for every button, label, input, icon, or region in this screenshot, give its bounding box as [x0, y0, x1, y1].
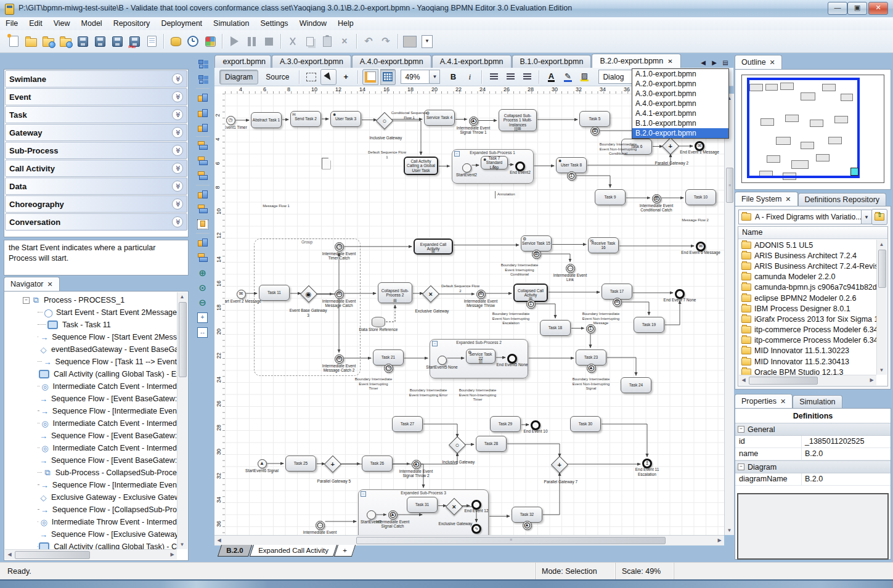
cut-icon[interactable] — [284, 33, 301, 50]
task-24[interactable]: Task 24 — [621, 377, 651, 393]
tree-item[interactable]: →Sequence Flow - [Exclusive Gateway — [6, 528, 177, 541]
receive-task-16[interactable]: Receive Task 16✉ — [588, 237, 619, 253]
sheet-tab-b.2.0[interactable]: B.2.0 — [218, 545, 252, 557]
boundary-escalation-task8[interactable]: ↥ — [567, 171, 576, 181]
filesystem-vertical-scrollbar[interactable]: ▲ ▼ — [876, 240, 887, 375]
run-icon[interactable] — [226, 33, 243, 50]
tree-item[interactable]: ◎Intermediate Catch Event - Intermed — [6, 417, 177, 430]
pointer-tool-icon[interactable] — [320, 69, 336, 85]
tree-item[interactable]: →Sequence Flow - [Intermediate Even — [6, 479, 177, 491]
palette-group-gateway[interactable]: Gateway≫ — [5, 124, 187, 141]
task-10[interactable]: Task 10 — [685, 189, 716, 205]
folder-row[interactable]: camunda Modeler 2.2.0 — [739, 272, 877, 282]
outline-viewport-handle[interactable] — [850, 168, 858, 176]
align-left-icon[interactable] — [194, 90, 211, 105]
message-flow-2-label[interactable]: Message Flow 2 — [675, 218, 715, 224]
tree-item[interactable]: →Sequence Flow - [Event BaseGatew: — [6, 393, 177, 405]
folder-row[interactable]: eclipse BPMN2 Modeler 0.2.6 — [739, 293, 877, 303]
property-section-diagram[interactable]: −Diagram — [735, 460, 891, 473]
boundary-timer2-label[interactable]: Boundary Intermediate Event Non-Interrup… — [458, 388, 497, 394]
data-object-1[interactable]: Data Object — [322, 158, 331, 169]
folder-row[interactable]: iGrafx Process 2013 for Six Sigma 15.0 — [739, 314, 877, 324]
abstract-task-1[interactable]: Abstract Task 1 — [251, 112, 282, 128]
tree-item[interactable]: ◯Start Event - Start Event 2Message — [6, 306, 177, 319]
edge-color-icon[interactable]: ✎ — [560, 70, 575, 84]
marquee-select-icon[interactable] — [304, 70, 319, 84]
color-swatch[interactable] — [401, 33, 418, 50]
close-icon[interactable]: ✕ — [770, 59, 775, 67]
boundary-task21-label[interactable]: Boundary Intermediate Event Interrupting… — [354, 377, 393, 383]
redo-icon[interactable]: ↷ — [377, 33, 394, 50]
tab-navigator[interactable]: Navigator ✕ — [4, 277, 60, 291]
align-top-icon[interactable] — [194, 138, 211, 153]
close-icon[interactable]: ✕ — [780, 398, 786, 406]
open-url-icon[interactable] — [57, 33, 74, 50]
end-event-1-message[interactable]: ✉End Event 1 Message — [695, 141, 704, 151]
folder-combo[interactable]: A - Fixed Digrams with Variatio... ▼ — [738, 210, 872, 224]
align-center-icon[interactable] — [503, 70, 518, 84]
service-task-22[interactable]: Service Task 22⚙||| — [466, 349, 495, 364]
folder-row[interactable]: ARIS Business Architect 7.2.4 — [739, 250, 877, 261]
editor-tab-A-4-1-export-bpmn[interactable]: A.4.1-export.bpmn — [432, 55, 512, 68]
fit-page-icon[interactable]: + — [194, 310, 211, 325]
align-bottom-icon[interactable] — [194, 168, 211, 183]
start-event-2-message[interactable]: ✉Start Event 2 Message — [237, 290, 246, 299]
tree-item[interactable]: Call Activity (calling Global Task) - C — [6, 541, 177, 549]
chevron-down-icon[interactable]: ≫ — [172, 198, 183, 210]
tree-item[interactable]: ⧉Sub-Process - CollapsedSub-Proce — [6, 467, 177, 479]
expanded-call-activity[interactable]: Expanded Call Activity⊞ — [414, 239, 453, 255]
default-flow-2-label[interactable]: Default Sequence Flow 2 — [441, 284, 480, 290]
task-25[interactable]: Task 25 — [285, 455, 316, 472]
tree-item[interactable]: →Sequence Flow - [Start Event 2Mess — [6, 331, 177, 343]
tree-item[interactable]: →Sequence Flow - [Task 11 --> Event — [6, 356, 177, 368]
align-center-icon[interactable] — [194, 105, 211, 120]
paste-icon[interactable] — [319, 33, 336, 50]
dropdown-item-A-4-0-export-bpmn[interactable]: A.4.0-export.bpmn — [632, 99, 728, 108]
end-event-11-escalation[interactable]: ↥End Event 11 Escalation — [642, 459, 652, 468]
property-row-name[interactable]: nameB.2.0 — [735, 448, 891, 460]
tree-item[interactable]: →Sequence Flow - [CollapsedSub-Pro — [6, 504, 177, 516]
stop-icon[interactable] — [260, 33, 277, 50]
task-30[interactable]: Task 30 — [570, 416, 601, 432]
menu-edit[interactable]: Edit — [23, 17, 48, 28]
boundary-timer-task21[interactable]: ◷ — [384, 364, 393, 373]
task-31[interactable]: Task 31 — [407, 497, 438, 513]
color-dropdown[interactable]: ▼ — [418, 33, 436, 50]
end-event-error[interactable]: ϟ — [471, 524, 481, 534]
outline-viewport[interactable] — [747, 78, 860, 178]
intermediate-message-catch-2[interactable]: ✉Intermediate Event Message Catch 2 — [335, 354, 344, 364]
pan-tool-icon[interactable]: + — [338, 70, 353, 84]
tree-item[interactable]: ◎Intermediate Throw Event - Intermed — [6, 516, 177, 528]
start-event2[interactable]: StartEvent2 — [462, 163, 471, 173]
palette-group-sub-process[interactable]: Sub-Process≫ — [5, 142, 187, 159]
dropdown-item-A-1-0-export-bpmn[interactable]: A.1.0-export.bpmn — [632, 69, 728, 79]
pool-icon[interactable] — [194, 57, 211, 71]
default-flow-1-label[interactable]: Default Sequence Flow 1 — [367, 150, 407, 157]
grid-toggle-icon[interactable] — [380, 69, 396, 85]
pause-icon[interactable] — [243, 33, 260, 50]
save-as-icon[interactable] — [91, 33, 108, 50]
annotation-1[interactable]: Annotation — [495, 191, 520, 198]
boundary-conditional-task5[interactable]: ≣ — [590, 126, 600, 136]
navigator-horizontal-scrollbar[interactable]: ◀ ▶ — [5, 549, 177, 560]
boundary-conditional-task15[interactable]: ≣ — [532, 250, 541, 259]
intermediate-event-link-2[interactable]: →Intermediate Event Link — [316, 521, 325, 530]
dropdown-item-A-2-0-export-bpmn[interactable]: A.2.0-export.bpmn — [632, 79, 728, 89]
sheet-tab-expanded-call-activity[interactable]: Expanded Call Activity — [249, 545, 336, 557]
menu-help[interactable]: Help — [332, 17, 359, 28]
task-26[interactable]: Task 26 — [362, 455, 393, 472]
user-task-3[interactable]: User Task 3☻ — [330, 111, 361, 127]
palette-group-swimlane[interactable]: Swimlane≫ — [5, 70, 187, 88]
distribute-horizontal-icon[interactable] — [194, 235, 211, 250]
collapsed-sub-process-1[interactable]: Collapsed Sub-Process 1 Multi-Instances|… — [499, 109, 537, 131]
tree-item[interactable]: →Sequence Flow - [Event BaseGatew: — [6, 430, 177, 442]
start-event5-none[interactable]: StartEvent5 None — [438, 356, 447, 365]
zoom-combo[interactable]: 49% ▼ — [401, 70, 440, 84]
save-as-png-icon[interactable]: PNG — [126, 33, 143, 50]
fill-color-icon[interactable]: ▨ — [577, 70, 592, 84]
dropdown-item-A-3-0-export-bpmn[interactable]: A.3.0-export.bpmn — [632, 89, 728, 99]
canvas-vertical-scrollbar[interactable]: ▲ ≡ ▼ — [724, 94, 734, 535]
outline-thumbnail[interactable] — [741, 75, 884, 183]
tree-item[interactable]: ◎Intermediate Catch Event - Intermed — [6, 380, 177, 393]
tree-item[interactable]: ◎Intermediate Catch Event - Intermed — [6, 442, 177, 454]
